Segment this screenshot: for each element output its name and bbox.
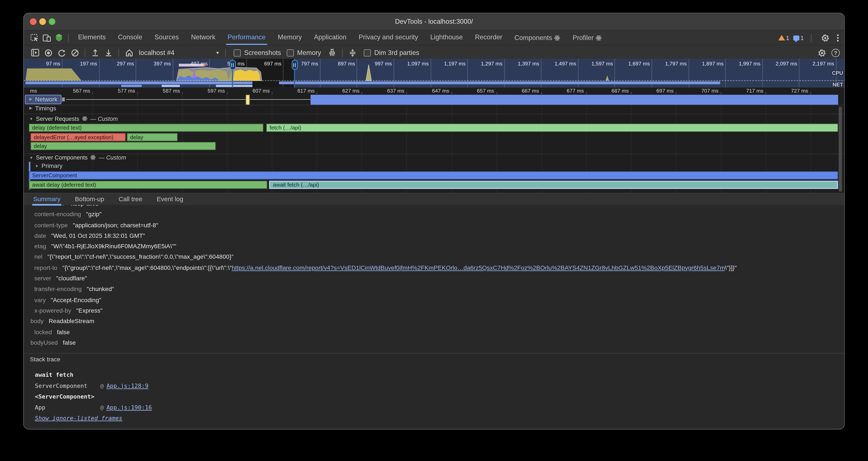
clear-icon[interactable] [68,47,82,58]
event-bar-delay-deferred-text-[interactable]: delay (deferred text) [29,123,264,132]
net-overview-bar [162,84,180,87]
tab-components[interactable]: Components [508,31,566,45]
event-bar-await-delay-deferred-text-[interactable]: await delay (deferred text) [29,180,268,189]
shortcuts-dialog-icon[interactable] [346,47,359,58]
tab-lighthouse[interactable]: Lighthouse [424,31,469,45]
overview-tick-label: 797 ms [301,60,318,67]
disclosure-triangle-icon[interactable]: ▼ [29,117,33,121]
event-bar-fetch-api-[interactable]: fetch (…/api) [266,123,838,132]
property-row: content-type"application/json; charset=u… [24,220,845,231]
separator [811,34,812,42]
source-location-link[interactable]: App.js:128:9 [106,382,149,389]
network-request-bar[interactable] [311,94,838,105]
disclosure-triangle-icon[interactable]: ▼ [35,164,39,168]
more-options-menu-icon[interactable] [835,33,841,42]
extension-icon[interactable] [53,32,64,43]
tab-call-tree[interactable]: Call tree [119,193,142,205]
track-network[interactable]: ▶ Network [29,96,57,103]
vertical-scrollbar-thumb[interactable] [839,107,842,192]
react-atom-icon [554,35,560,41]
capture-settings-gear-icon[interactable] [817,49,826,57]
checkbox-icon [287,49,294,56]
show-ignore-listed-frames-link[interactable]: Show ignore-listed frames [35,415,122,422]
tab-application[interactable]: Application [308,31,352,45]
issues-badge[interactable]: 1 [793,34,804,41]
collect-garbage-icon[interactable] [326,47,339,58]
stack-trace-title: Stack trace [30,356,60,363]
tab-sources[interactable]: Sources [149,31,185,45]
tab-memory[interactable]: Memory [272,31,308,45]
save-profile-icon[interactable] [102,47,115,58]
memory-checkbox[interactable]: Memory [287,49,321,56]
selected-network-request[interactable] [246,94,249,105]
ruler-tick [541,92,542,94]
source-location-link[interactable]: App.js:190:16 [106,404,152,410]
tab-console[interactable]: Console [112,31,149,45]
tab-privacy-and-security[interactable]: Privacy and security [352,31,424,45]
property-key: report-to [34,264,58,271]
track-server-requests[interactable]: ▼ Server Requests — Custom [29,115,118,122]
event-bar-servercomponent[interactable]: ServerComponent [29,171,838,179]
timeline-overview[interactable]: 97 ms197 ms297 ms397 ms497 ms597 ms697 m… [24,59,845,88]
disclosure-triangle-icon[interactable]: ▶ [29,106,32,110]
tab-profiler[interactable]: Profiler [566,31,608,45]
overview-tick-label: 897 ms [338,60,355,67]
tab-recorder[interactable]: Recorder [469,31,508,45]
ruler-tick [721,92,721,94]
disclosure-triangle-icon[interactable]: ▼ [29,155,33,159]
summary-pane[interactable]: connection"keep-alive"content-encoding"g… [24,205,845,430]
tab-bottom-up[interactable]: Bottom-up [75,193,104,205]
property-row: content-encoding"gzip" [24,209,845,220]
record-icon[interactable] [41,47,55,58]
home-icon[interactable] [122,47,135,58]
cpu-net-divider [24,80,845,81]
settings-gear-icon[interactable] [819,32,830,43]
tab-performance[interactable]: Performance [221,31,272,45]
track-server-components[interactable]: ▼ Server Components — Custom [29,154,126,161]
titlebar: DevTools - localhost:3000/ [24,13,844,30]
ruler-label: 697 ms [656,88,674,94]
history-select[interactable]: localhost #4▼ [139,49,220,56]
device-toolbar-icon[interactable] [41,32,52,43]
ruler-tick [272,92,273,94]
performance-toolbar: localhost #4▼ Screenshots Memory Dim 3rd… [24,45,844,60]
event-bar-delay[interactable]: delay [31,142,216,150]
event-bar-delay[interactable]: delay [127,133,178,141]
ruler-tick [92,92,93,94]
tab-elements[interactable]: Elements [72,31,112,45]
overview-tick-label: 97 ms [46,60,60,67]
record-and-reload-icon[interactable] [28,47,41,58]
overview-tick-label: 497 ms [190,60,208,67]
property-key: locked [34,328,52,335]
selection-handle-left[interactable] [229,60,236,70]
help-icon[interactable]: ? [832,49,840,57]
tab-summary[interactable]: Summary [33,193,61,205]
dim-3rd-parties-checkbox[interactable]: Dim 3rd parties [364,49,419,56]
overview-tick-label: 297 ms [117,60,134,67]
reload-icon[interactable] [55,47,68,58]
property-value: "{\"group\":\"cf-nel\",\"max_age\":60480… [62,264,737,271]
disclosure-triangle-icon[interactable]: ▶ [29,97,32,102]
report-endpoint-link[interactable]: https://a.nel.cloudflare.com/report/v4?s… [232,264,725,271]
track-timings[interactable]: ▶ Timings [29,105,56,111]
warnings-badge[interactable]: 1 [778,34,789,41]
ruler-label: ms [30,88,37,94]
event-bar-delayederror-ayed-exception-[interactable]: delayedError (…ayed exception) [31,133,126,141]
screenshots-checkbox[interactable]: Screenshots [234,49,281,56]
tab-network[interactable]: Network [185,31,221,45]
selection-handle-right[interactable] [291,60,298,70]
load-profile-icon[interactable] [89,47,102,58]
tab-event-log[interactable]: Event log [157,193,183,205]
window-title: DevTools - localhost:3000/ [24,13,844,30]
network-request-grip[interactable] [62,97,65,102]
property-row: transfer-encoding"chunked" [24,284,845,295]
property-value: ReadableStream [49,318,94,324]
inspect-element-icon[interactable] [29,32,40,43]
event-bar-await-fetch-api-[interactable]: await fetch (…/api) [269,180,838,189]
flamechart-tracks[interactable]: ▶ Network ▶ Timings ▼ Server Requests — … [24,94,845,193]
track-primary[interactable]: ▼ Primary [35,162,62,169]
property-row: x-powered-by"Express" [24,305,845,316]
cpu-lane-label: CPU [832,70,843,76]
ruler-label: 717 ms [746,88,764,94]
property-key: nel [34,254,42,260]
